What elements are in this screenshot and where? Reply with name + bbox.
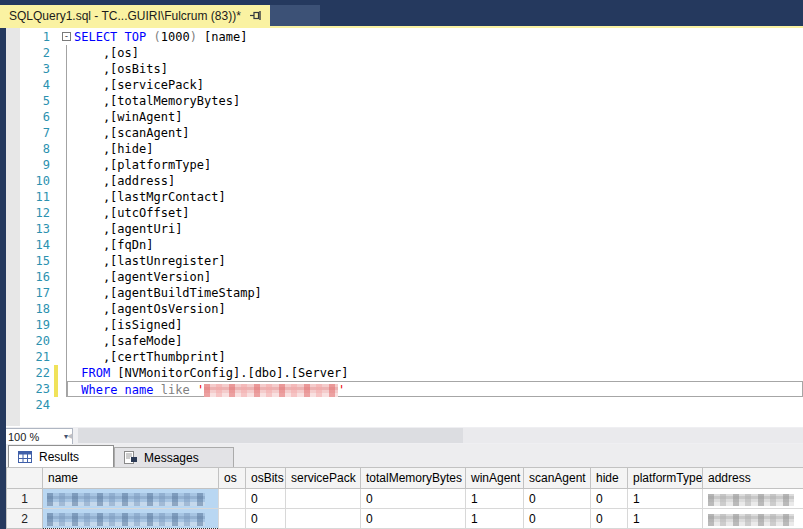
line-number[interactable]: 13	[0, 221, 50, 237]
line-number[interactable]: 23	[0, 381, 50, 397]
column-header-platformType[interactable]: platformType	[628, 468, 703, 489]
code-line-16[interactable]: 16 ,[agentVersion]	[0, 269, 803, 285]
code-text[interactable]: ,[winAgent]	[74, 109, 803, 125]
code-text[interactable]: ,[lastMgrContact]	[74, 189, 803, 205]
code-line-2[interactable]: 2 ,[os]	[0, 45, 803, 61]
code-line-5[interactable]: 5 ,[totalMemoryBytes]	[0, 93, 803, 109]
line-number[interactable]: 6	[0, 109, 50, 125]
code-text[interactable]: ,[totalMemoryBytes]	[74, 93, 803, 109]
code-line-1[interactable]: 1-SELECT TOP (1000) [name]	[0, 29, 803, 45]
code-line-18[interactable]: 18 ,[agentOsVersion]	[0, 301, 803, 317]
row-header[interactable]: 1	[7, 489, 43, 509]
code-text[interactable]: ,[isSigned]	[74, 317, 803, 333]
code-line-10[interactable]: 10 ,[address]	[0, 173, 803, 189]
code-text[interactable]: ,[hide]	[74, 141, 803, 157]
code-text[interactable]: ,[safeMode]	[74, 333, 803, 349]
column-header-totalMemoryBytes[interactable]: totalMemoryBytes	[361, 468, 466, 489]
grid-cell-name[interactable]	[43, 509, 219, 529]
line-number[interactable]: 24	[0, 397, 50, 413]
code-text[interactable]: ,[agentOsVersion]	[74, 301, 803, 317]
code-text[interactable]: ,[certThumbprint]	[74, 349, 803, 365]
code-text[interactable]: ,[utcOffset]	[74, 205, 803, 221]
column-header-os[interactable]: os	[219, 468, 246, 489]
tab-messages[interactable]: Messages	[114, 447, 234, 467]
grid-cell-servicePack[interactable]	[286, 509, 361, 529]
code-line-4[interactable]: 4 ,[servicePack]	[0, 77, 803, 93]
line-number[interactable]: 21	[0, 349, 50, 365]
code-line-7[interactable]: 7 ,[scanAgent]	[0, 125, 803, 141]
code-line-6[interactable]: 6 ,[winAgent]	[0, 109, 803, 125]
inactive-document-tab[interactable]	[270, 5, 320, 26]
grid-cell-platformType[interactable]: 1	[628, 509, 703, 529]
grid-cell-address[interactable]	[703, 509, 803, 529]
code-line-24[interactable]: 24	[0, 397, 803, 413]
horizontal-scrollbar-thumb[interactable]	[78, 428, 463, 443]
code-line-22[interactable]: 22 FROM [NVMonitorConfig].[dbo].[Server]	[0, 365, 803, 381]
line-number[interactable]: 19	[0, 317, 50, 333]
code-text[interactable]: ,[fqDn]	[74, 237, 803, 253]
grid-cell-address[interactable]	[703, 489, 803, 509]
code-line-21[interactable]: 21 ,[certThumbprint]	[0, 349, 803, 365]
grid-cell-winAgent[interactable]: 1	[466, 489, 524, 509]
grid-cell-totalMemoryBytes[interactable]: 0	[361, 509, 466, 529]
code-text[interactable]: SELECT TOP (1000) [name]	[74, 29, 803, 45]
column-header-name[interactable]: name	[43, 468, 219, 489]
code-line-19[interactable]: 19 ,[isSigned]	[0, 317, 803, 333]
grid-cell-hide[interactable]: 0	[591, 489, 628, 509]
code-line-13[interactable]: 13 ,[agentUri]	[0, 221, 803, 237]
line-number[interactable]: 18	[0, 301, 50, 317]
grid-cell-os[interactable]	[219, 489, 246, 509]
document-tab-sqlquery1[interactable]: SQLQuery1.sql - TC...GUIRI\Fulcrum (83))…	[0, 5, 287, 26]
code-line-12[interactable]: 12 ,[utcOffset]	[0, 205, 803, 221]
line-number[interactable]: 7	[0, 125, 50, 141]
code-line-17[interactable]: 17 ,[agentBuildTimeStamp]	[0, 285, 803, 301]
row-header[interactable]: 2	[7, 509, 43, 529]
column-header-osBits[interactable]: osBits	[246, 468, 286, 489]
code-text[interactable]: ,[scanAgent]	[74, 125, 803, 141]
code-line-3[interactable]: 3 ,[osBits]	[0, 61, 803, 77]
pin-icon[interactable]	[250, 10, 261, 21]
tab-results[interactable]: Results	[8, 445, 114, 467]
grid-cell-scanAgent[interactable]: 0	[524, 489, 591, 509]
code-text[interactable]: ,[os]	[74, 45, 803, 61]
line-number[interactable]: 5	[0, 93, 50, 109]
line-number[interactable]: 9	[0, 157, 50, 173]
grid-cell-scanAgent[interactable]: 0	[524, 509, 591, 529]
line-number[interactable]: 22	[0, 365, 50, 381]
grid-cell-osBits[interactable]: 0	[246, 509, 286, 529]
line-number[interactable]: 8	[0, 141, 50, 157]
sql-editor[interactable]: 1-SELECT TOP (1000) [name]2 ,[os]3 ,[osB…	[0, 28, 803, 426]
grid-cell-totalMemoryBytes[interactable]: 0	[361, 489, 466, 509]
grid-cell-platformType[interactable]: 1	[628, 489, 703, 509]
grid-corner-header[interactable]	[7, 468, 43, 489]
line-number[interactable]: 3	[0, 61, 50, 77]
column-header-servicePack[interactable]: servicePack	[286, 468, 361, 489]
column-header-address[interactable]: address	[703, 468, 803, 489]
line-number[interactable]: 11	[0, 189, 50, 205]
line-number[interactable]: 17	[0, 285, 50, 301]
code-text[interactable]: ,[lastUnregister]	[74, 253, 803, 269]
grid-cell-osBits[interactable]: 0	[246, 489, 286, 509]
code-text[interactable]: ,[osBits]	[74, 61, 803, 77]
scroll-left-arrow-icon[interactable]: ◂	[67, 429, 73, 442]
grid-cell-os[interactable]	[219, 509, 246, 529]
line-number[interactable]: 15	[0, 253, 50, 269]
line-number[interactable]: 10	[0, 173, 50, 189]
code-line-9[interactable]: 9 ,[platformType]	[0, 157, 803, 173]
grid-cell-winAgent[interactable]: 1	[466, 509, 524, 529]
line-number[interactable]: 1	[0, 29, 50, 45]
column-header-winAgent[interactable]: winAgent	[466, 468, 524, 489]
code-line-23[interactable]: 23 Where name like ''	[0, 381, 803, 397]
code-text[interactable]: ,[agentBuildTimeStamp]	[74, 285, 803, 301]
line-number[interactable]: 12	[0, 205, 50, 221]
code-line-14[interactable]: 14 ,[fqDn]	[0, 237, 803, 253]
code-line-8[interactable]: 8 ,[hide]	[0, 141, 803, 157]
code-text[interactable]: ,[platformType]	[74, 157, 803, 173]
code-line-11[interactable]: 11 ,[lastMgrContact]	[0, 189, 803, 205]
grid-cell-hide[interactable]: 0	[591, 509, 628, 529]
line-number[interactable]: 2	[0, 45, 50, 61]
code-text[interactable]: ,[address]	[74, 173, 803, 189]
column-header-hide[interactable]: hide	[591, 468, 628, 489]
code-text[interactable]: ,[agentUri]	[74, 221, 803, 237]
grid-cell-servicePack[interactable]	[286, 489, 361, 509]
